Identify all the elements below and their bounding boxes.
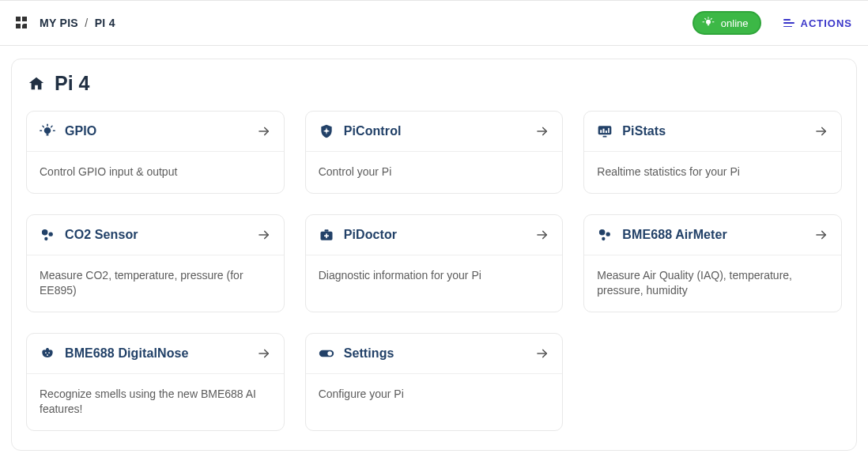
actions-label: ACTIONS bbox=[801, 17, 853, 29]
arrow-right-icon bbox=[257, 124, 271, 138]
main-panel: Pi 4 GPIO Control GPIO input & output bbox=[11, 59, 857, 451]
topbar-left: MY PIS / PI 4 bbox=[16, 17, 115, 29]
card-desc: Recognize smells using the new BME688 AI… bbox=[27, 374, 284, 430]
svg-point-41 bbox=[327, 351, 332, 356]
card-pistats[interactable]: PiStats Realtime statistics for your Pi bbox=[583, 111, 842, 194]
svg-rect-17 bbox=[603, 136, 607, 138]
card-head: BME688 AirMeter bbox=[584, 215, 841, 255]
svg-point-34 bbox=[602, 236, 605, 240]
svg-point-33 bbox=[606, 232, 610, 236]
topbar: MY PIS / PI 4 online ACTIONS bbox=[0, 0, 868, 46]
menu-lines-icon bbox=[783, 19, 794, 27]
card-title: GPIO bbox=[65, 124, 247, 138]
svg-point-23 bbox=[42, 229, 48, 236]
toggle-icon bbox=[319, 346, 334, 361]
svg-point-37 bbox=[48, 352, 50, 353]
bulb-icon bbox=[702, 17, 715, 29]
page-title: Pi 4 bbox=[55, 72, 89, 95]
card-title: PiDoctor bbox=[344, 228, 526, 242]
card-pidoctor[interactable]: PiDoctor Diagnostic information for your… bbox=[305, 214, 564, 312]
svg-point-32 bbox=[599, 229, 606, 236]
svg-point-25 bbox=[44, 236, 47, 240]
svg-point-0 bbox=[706, 20, 711, 25]
card-head: PiDoctor bbox=[306, 215, 563, 255]
svg-rect-1 bbox=[708, 25, 709, 26]
svg-rect-21 bbox=[608, 128, 609, 133]
svg-point-24 bbox=[49, 232, 53, 236]
arrow-right-icon bbox=[535, 124, 549, 138]
bubbles-icon bbox=[40, 227, 55, 243]
card-desc: Control your Pi bbox=[306, 152, 563, 193]
card-bme688nose[interactable]: BME688 DigitalNose Recognize smells usin… bbox=[26, 333, 285, 431]
svg-rect-28 bbox=[324, 229, 328, 232]
card-head: Settings bbox=[306, 334, 563, 374]
breadcrumb-separator: / bbox=[85, 17, 88, 29]
svg-rect-8 bbox=[47, 134, 49, 135]
card-desc: Control GPIO input & output bbox=[27, 152, 284, 193]
card-head: PiControl bbox=[306, 112, 563, 152]
arrow-right-icon bbox=[257, 228, 271, 242]
arrow-right-icon bbox=[257, 346, 271, 361]
card-head: GPIO bbox=[27, 112, 284, 152]
dog-icon bbox=[40, 346, 55, 361]
bulb-icon bbox=[40, 123, 55, 139]
svg-rect-18 bbox=[600, 130, 602, 133]
home-icon bbox=[28, 75, 45, 93]
monitor-stats-icon bbox=[597, 123, 613, 139]
card-gpio[interactable]: GPIO Control GPIO input & output bbox=[26, 111, 285, 194]
card-head: BME688 DigitalNose bbox=[27, 334, 284, 374]
card-settings[interactable]: Settings Configure your Pi bbox=[305, 333, 564, 431]
card-co2[interactable]: CO2 Sensor Measure CO2, temperature, pre… bbox=[26, 214, 285, 312]
bubbles-icon bbox=[597, 227, 613, 243]
svg-line-12 bbox=[43, 126, 43, 127]
svg-rect-30 bbox=[324, 235, 329, 236]
card-bme688air[interactable]: BME688 AirMeter Measure Air Quality (IAQ… bbox=[583, 214, 842, 312]
svg-line-13 bbox=[51, 126, 52, 127]
card-head: CO2 Sensor bbox=[27, 215, 284, 255]
breadcrumb[interactable]: MY PIS / PI 4 bbox=[40, 17, 115, 29]
card-desc: Measure Air Quality (IAQ), temperature, … bbox=[584, 255, 841, 312]
dashboard-grid-icon[interactable] bbox=[16, 17, 28, 29]
card-title: BME688 DigitalNose bbox=[65, 346, 247, 361]
card-title: BME688 AirMeter bbox=[622, 228, 805, 242]
cards-grid: GPIO Control GPIO input & output PiContr… bbox=[26, 111, 842, 431]
topbar-right: online ACTIONS bbox=[693, 11, 852, 35]
card-desc: Realtime statistics for your Pi bbox=[584, 152, 841, 193]
card-title: PiStats bbox=[622, 124, 805, 138]
medkit-icon bbox=[319, 227, 334, 243]
card-picontrol[interactable]: PiControl Control your Pi bbox=[305, 111, 564, 194]
card-desc: Configure your Pi bbox=[306, 374, 563, 415]
status-badge[interactable]: online bbox=[693, 11, 761, 35]
card-title: PiControl bbox=[344, 124, 526, 138]
svg-rect-20 bbox=[606, 130, 607, 133]
svg-line-5 bbox=[704, 18, 705, 19]
card-desc: Diagnostic information for your Pi bbox=[306, 255, 563, 297]
arrow-right-icon bbox=[535, 346, 549, 361]
arrow-right-icon bbox=[814, 228, 828, 242]
actions-button[interactable]: ACTIONS bbox=[783, 17, 853, 29]
shield-plane-icon bbox=[319, 123, 334, 139]
svg-point-36 bbox=[45, 352, 47, 353]
breadcrumb-current: PI 4 bbox=[95, 17, 115, 29]
svg-point-7 bbox=[44, 127, 51, 134]
card-title: Settings bbox=[344, 346, 526, 361]
svg-point-38 bbox=[47, 354, 48, 356]
svg-rect-19 bbox=[603, 129, 605, 133]
svg-line-6 bbox=[711, 18, 711, 19]
arrow-right-icon bbox=[535, 228, 549, 242]
breadcrumb-root[interactable]: MY PIS bbox=[40, 17, 78, 29]
arrow-right-icon bbox=[814, 124, 828, 138]
card-title: CO2 Sensor bbox=[65, 228, 247, 242]
card-desc: Measure CO2, temperature, pressure (for … bbox=[27, 255, 284, 312]
panel-header: Pi 4 bbox=[28, 72, 842, 95]
card-head: PiStats bbox=[584, 112, 841, 152]
status-label: online bbox=[721, 17, 749, 29]
